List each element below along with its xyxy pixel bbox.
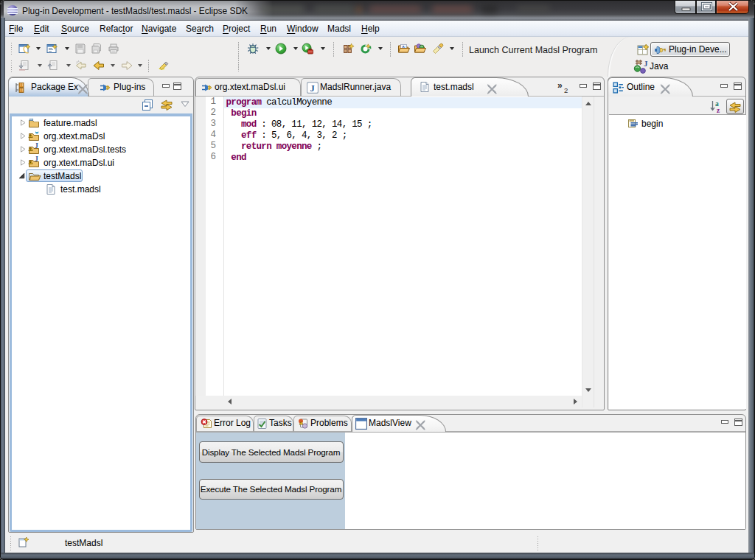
svg-text:J: J <box>35 142 38 150</box>
svg-text:J: J <box>35 155 38 163</box>
svg-text:J: J <box>644 59 648 68</box>
svg-text:2: 2 <box>564 86 568 94</box>
svg-text:J: J <box>310 83 315 94</box>
svg-text:»: » <box>557 80 563 91</box>
svg-text:z: z <box>717 107 720 114</box>
